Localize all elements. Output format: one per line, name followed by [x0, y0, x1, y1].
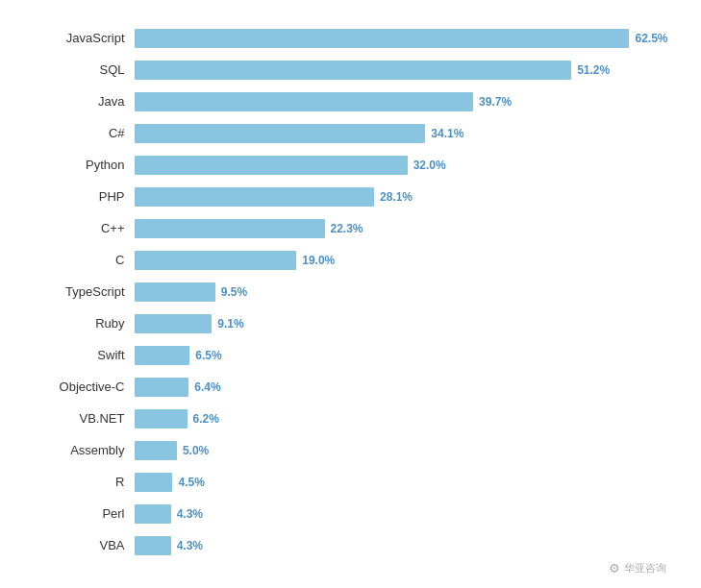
- bar-row: PHP28.1%: [34, 184, 668, 210]
- bar-track: 4.3%: [135, 504, 668, 524]
- bar-row: JavaScript62.5%: [34, 25, 668, 52]
- bar-track: 6.5%: [135, 346, 668, 365]
- watermark-icon: ⚙: [609, 561, 620, 576]
- bar-fill: [135, 441, 177, 460]
- bar-track: 9.5%: [135, 282, 668, 302]
- bar-fill: [135, 314, 213, 333]
- bar-track: 19.0%: [135, 251, 668, 270]
- bar-fill: [135, 251, 297, 270]
- bar-fill: [135, 92, 474, 111]
- bar-fill: [135, 124, 426, 143]
- bar-label: Assembly: [34, 443, 135, 457]
- bar-label: JavaScript: [34, 31, 135, 45]
- bar-fill: [135, 346, 190, 365]
- bar-row: C#34.1%: [34, 120, 668, 147]
- bar-label: VBA: [34, 538, 135, 552]
- bar-row: TypeScript9.5%: [34, 279, 668, 306]
- bar-track: 6.4%: [135, 378, 668, 397]
- bar-track: 39.7%: [135, 92, 668, 111]
- bar-label: Objective-C: [34, 380, 135, 394]
- bar-label: VB.NET: [34, 411, 135, 426]
- bar-row: R4.5%: [34, 469, 668, 496]
- bar-track: 6.2%: [135, 409, 668, 429]
- bar-label: Swift: [34, 348, 135, 362]
- bar-label: Ruby: [34, 316, 135, 331]
- bar-track: 4.5%: [135, 473, 668, 492]
- bar-value: 6.2%: [193, 412, 219, 426]
- bar-label: Perl: [34, 506, 135, 521]
- bar-track: 28.1%: [135, 187, 668, 207]
- bar-fill: [135, 29, 630, 48]
- bar-value: 19.0%: [302, 254, 335, 267]
- bar-row: Objective-C6.4%: [34, 374, 668, 401]
- bar-label: Java: [34, 94, 135, 109]
- bar-row: Python32.0%: [34, 152, 668, 179]
- bar-track: 22.3%: [135, 219, 668, 238]
- bar-track: 9.1%: [135, 314, 668, 333]
- bar-value: 4.5%: [178, 476, 204, 489]
- bar-row: SQL51.2%: [34, 57, 668, 84]
- bar-fill: [135, 536, 171, 555]
- bar-row: Swift6.5%: [34, 342, 668, 369]
- bar-value: 5.0%: [183, 444, 209, 457]
- bar-label: Python: [34, 158, 135, 172]
- bar-row: VB.NET6.2%: [34, 405, 668, 432]
- watermark: ⚙ 华亚咨询: [609, 561, 666, 576]
- bar-fill: [135, 156, 408, 175]
- bar-label: R: [34, 475, 135, 489]
- bar-track: 5.0%: [135, 441, 668, 460]
- bar-fill: [135, 473, 173, 492]
- bar-row: Ruby9.1%: [34, 310, 668, 337]
- bar-value: 22.3%: [331, 222, 363, 235]
- bar-value: 51.2%: [577, 63, 610, 77]
- bar-track: 62.5%: [135, 29, 668, 48]
- bar-fill: [135, 409, 188, 429]
- watermark-text: 华亚咨询: [624, 561, 666, 576]
- chart-container: JavaScript62.5%SQL51.2%Java39.7%C#34.1%P…: [24, 6, 678, 583]
- bar-value: 6.5%: [195, 349, 221, 362]
- bar-label: PHP: [34, 189, 135, 204]
- bar-value: 9.1%: [217, 317, 243, 331]
- bar-label: C#: [34, 126, 135, 140]
- bar-label: SQL: [34, 62, 135, 77]
- bar-track: 32.0%: [135, 156, 668, 175]
- bar-row: C++22.3%: [34, 215, 668, 242]
- bar-label: C: [34, 253, 135, 267]
- bar-value: 32.0%: [413, 159, 446, 172]
- bar-track: 34.1%: [135, 124, 668, 143]
- bar-fill: [135, 219, 325, 238]
- bar-row: Assembly5.0%: [34, 437, 668, 464]
- bar-row: Java39.7%: [34, 88, 668, 115]
- bar-label: TypeScript: [34, 284, 135, 299]
- bar-row: VBA4.3%: [34, 532, 668, 559]
- bar-fill: [135, 378, 189, 397]
- bar-fill: [135, 187, 375, 207]
- bar-row: Perl4.3%: [34, 501, 668, 527]
- bar-value: 6.4%: [194, 380, 220, 394]
- bar-value: 39.7%: [479, 95, 512, 109]
- bar-label: C++: [34, 221, 135, 235]
- bar-value: 4.3%: [177, 539, 203, 552]
- bar-row: C19.0%: [34, 247, 668, 274]
- bar-fill: [135, 504, 171, 524]
- bar-fill: [135, 61, 572, 80]
- bar-value: 62.5%: [635, 32, 667, 45]
- bar-value: 4.3%: [177, 507, 203, 521]
- bar-track: 4.3%: [135, 536, 668, 555]
- bar-value: 34.1%: [431, 127, 463, 140]
- bar-value: 28.1%: [380, 190, 413, 204]
- bar-value: 9.5%: [221, 285, 247, 299]
- bar-track: 51.2%: [135, 61, 668, 80]
- bar-fill: [135, 282, 215, 302]
